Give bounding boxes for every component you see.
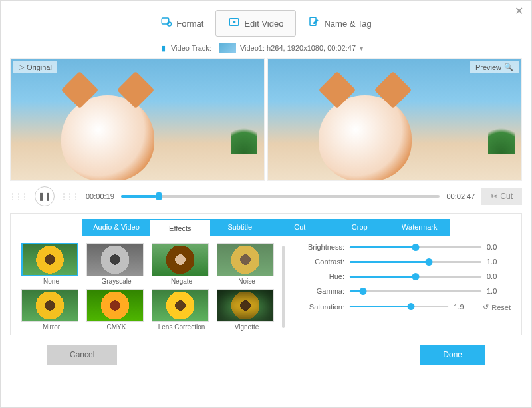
video-track-label: Video Track: xyxy=(171,44,211,52)
cut-icon: ✂ xyxy=(491,192,497,201)
name-tag-icon xyxy=(308,16,320,31)
preview-badge[interactable]: Preview 🔍 xyxy=(470,61,519,73)
playback-controls: ⋮⋮⋮⋮⋮⋮ ❚❚ ⋮⋮⋮⋮⋮⋮ 00:00:19 00:02:47 ✂ Cut xyxy=(10,186,522,206)
footer-buttons: Cancel Done xyxy=(1,345,531,374)
saturation-label: Saturation: xyxy=(299,303,344,311)
gamma-label: Gamma: xyxy=(299,287,344,295)
timeline-scrubber[interactable] xyxy=(121,195,440,198)
format-icon xyxy=(160,16,172,31)
original-badge: ▷ Original xyxy=(13,61,57,73)
subtab-crop[interactable]: Crop xyxy=(330,219,390,236)
track-icon: ▮ xyxy=(162,44,166,53)
grip-right-icon: ⋮⋮⋮⋮⋮⋮ xyxy=(61,194,79,199)
tab-edit-video-label: Edit Video xyxy=(244,19,283,29)
contrast-slider[interactable] xyxy=(350,261,481,263)
track-thumbnail xyxy=(219,43,236,53)
effect-vignette[interactable]: Vignette xyxy=(217,289,277,331)
output-preview: Preview 🔍 xyxy=(267,58,522,181)
video-editor-window: ✕ Format Edit Video Name & Tag ▮ Video T… xyxy=(0,0,532,408)
brightness-slider[interactable] xyxy=(350,246,481,248)
contrast-label: Contrast: xyxy=(299,258,344,266)
close-icon[interactable]: ✕ xyxy=(515,5,523,17)
effect-cmyk[interactable]: CMYK xyxy=(86,289,146,331)
subtab-watermark[interactable]: Watermark xyxy=(390,219,450,236)
tab-name-tag[interactable]: Name & Tag xyxy=(296,10,383,37)
tab-edit-video[interactable]: Edit Video xyxy=(215,10,296,37)
sub-tab-bar: Audio & Video Effects Subtitle Cut Crop … xyxy=(11,214,521,236)
pause-button[interactable]: ❚❚ xyxy=(35,186,55,206)
effect-none[interactable]: None xyxy=(21,243,81,285)
play-triangle-icon: ▷ xyxy=(19,63,24,71)
effects-grid: None Grayscale Negate Noise Mirror CMYK … xyxy=(21,243,277,331)
total-time: 00:02:47 xyxy=(446,192,475,200)
original-preview: ▷ Original xyxy=(10,58,265,181)
current-time: 00:00:19 xyxy=(86,192,114,200)
done-button[interactable]: Done xyxy=(420,345,485,365)
hue-label: Hue: xyxy=(299,272,344,280)
video-track-select[interactable]: Video1: h264, 1920x1080, 00:02:47 ▾ xyxy=(217,41,370,55)
hue-slider[interactable] xyxy=(350,276,481,278)
video-track-value: Video1: h264, 1920x1080, 00:02:47 xyxy=(240,44,356,52)
reset-button[interactable]: ↺ Reset xyxy=(483,303,511,311)
top-tab-bar: Format Edit Video Name & Tag xyxy=(1,1,531,37)
reset-icon: ↺ xyxy=(483,303,489,311)
brightness-label: Brightness: xyxy=(299,243,344,251)
svg-marker-3 xyxy=(233,21,237,24)
saturation-value: 1.9 xyxy=(454,303,477,311)
sliders-panel: Brightness: 0.0 Contrast: 1.0 Hue: 0.0 G… xyxy=(290,243,511,331)
video-track-row: ▮ Video Track: Video1: h264, 1920x1080, … xyxy=(1,41,531,55)
tab-format[interactable]: Format xyxy=(148,10,215,37)
cut-button[interactable]: ✂ Cut xyxy=(481,188,522,205)
subtab-effects[interactable]: Effects xyxy=(150,219,210,236)
effect-noise[interactable]: Noise xyxy=(217,243,277,285)
magnify-icon: 🔍 xyxy=(504,63,513,71)
preview-area: ▷ Original Preview 🔍 xyxy=(10,58,522,181)
effects-scrollbar[interactable] xyxy=(282,246,285,328)
grip-left-icon: ⋮⋮⋮⋮⋮⋮ xyxy=(10,194,28,199)
effect-lens-correction[interactable]: Lens Correction xyxy=(152,289,211,331)
contrast-value: 1.0 xyxy=(487,258,511,266)
tab-name-tag-label: Name & Tag xyxy=(324,19,371,29)
edit-video-icon xyxy=(228,16,240,31)
gamma-value: 1.0 xyxy=(487,287,511,295)
effect-mirror[interactable]: Mirror xyxy=(21,289,81,331)
gamma-slider[interactable] xyxy=(350,290,481,292)
cancel-button[interactable]: Cancel xyxy=(47,345,117,365)
subtab-audio-video[interactable]: Audio & Video xyxy=(82,219,150,236)
hue-value: 0.0 xyxy=(487,272,511,280)
edit-panel: Audio & Video Effects Subtitle Cut Crop … xyxy=(10,213,522,335)
effect-negate[interactable]: Negate xyxy=(152,243,211,285)
saturation-slider[interactable] xyxy=(350,306,448,307)
chevron-down-icon: ▾ xyxy=(360,45,363,52)
brightness-value: 0.0 xyxy=(487,243,511,251)
tab-format-label: Format xyxy=(176,19,203,29)
subtab-subtitle[interactable]: Subtitle xyxy=(210,219,270,236)
effect-grayscale[interactable]: Grayscale xyxy=(86,243,146,285)
subtab-cut[interactable]: Cut xyxy=(270,219,330,236)
